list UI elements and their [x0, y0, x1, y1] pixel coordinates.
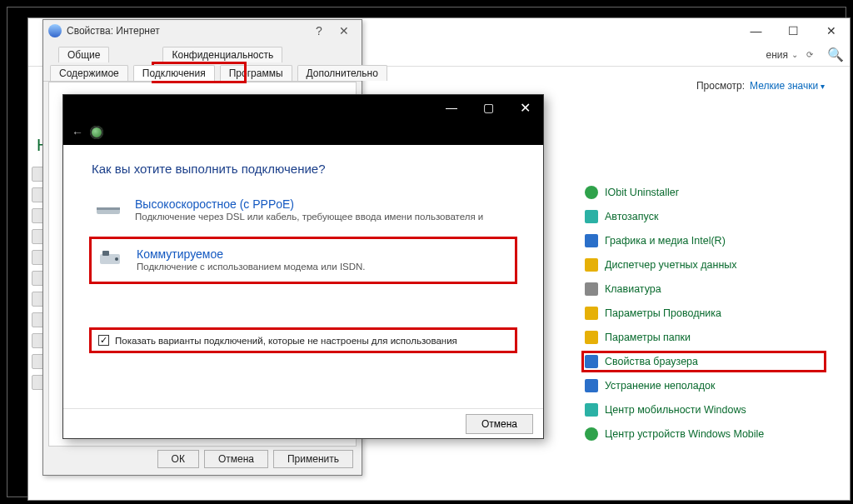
close-button[interactable]: ✕ [812, 18, 850, 43]
apply-button[interactable]: Применить [273, 450, 353, 468]
connection-wizard-window: — ▢ ✕ ← Как вы хотите выполнить подключе… [62, 94, 544, 439]
cp-item-folder-options[interactable]: Параметры папки [583, 328, 825, 347]
cp-item-label: Центр устройств Windows Mobile [605, 428, 764, 440]
cancel-button[interactable]: Отмена [466, 414, 533, 434]
ip-title-text: Свойства: Интернет [67, 25, 160, 37]
search-icon[interactable]: 🔍 [826, 47, 845, 62]
wiz-titlebar: — ▢ ✕ [63, 95, 543, 120]
cp-item-internet-options[interactable]: Свойства браузера [583, 352, 825, 371]
app-icon [585, 186, 598, 199]
cp-item-mobility-center[interactable]: Центр мобильности Windows [583, 401, 825, 419]
show-unconfigured-checkbox-row[interactable]: ✓ Показать варианты подключений, которые… [92, 330, 515, 351]
cp-item-label: Центр мобильности Windows [605, 404, 746, 416]
ok-button[interactable]: ОК [157, 450, 199, 468]
app-icon [585, 379, 598, 392]
maximize-button[interactable]: ▢ [470, 95, 506, 120]
tab-connections[interactable]: Подключения [133, 65, 215, 81]
tab-privacy[interactable]: Конфиденциальность [162, 47, 282, 62]
cp-item-explorer-options[interactable]: Параметры Проводника [583, 304, 825, 322]
cp-item-keyboard[interactable]: Клавиатура [583, 280, 825, 298]
option-subtitle: Подключение через DSL или кабель, требую… [135, 211, 483, 224]
refresh-icon[interactable]: ⟳ [806, 50, 813, 59]
cp-item-iobit[interactable]: IObit Uninstaller [583, 183, 825, 202]
app-icon [585, 331, 598, 344]
address-chevron-icon[interactable]: ⌄ [791, 50, 798, 59]
cp-item-windows-mobile[interactable]: Центр устройств Windows Mobile [583, 425, 825, 443]
cp-item-troubleshooting[interactable]: Устранение неполадок [583, 377, 825, 395]
option-broadband-pppoe[interactable]: Высокоскоростное (с PPPoE) Подключение ч… [92, 194, 515, 227]
maximize-button[interactable]: ☐ [775, 18, 812, 43]
view-label: Просмотр: [696, 80, 745, 92]
cp-item-credential-manager[interactable]: Диспетчер учетных данных [583, 256, 825, 274]
cp-item-intel-graphics[interactable]: Графика и медиа Intel(R) [583, 232, 825, 250]
cp-item-label: IObit Uninstaller [605, 187, 679, 198]
help-button[interactable]: ? [307, 24, 332, 37]
app-icon [585, 234, 598, 247]
cp-item-label: Диспетчер учетных данных [605, 259, 737, 271]
cp-item-label: Свойства браузера [605, 356, 698, 367]
checkbox-label: Показать варианты подключений, которые н… [115, 336, 457, 346]
svg-rect-3 [102, 251, 109, 256]
cp-item-label: Клавиатура [605, 283, 661, 295]
svg-point-4 [115, 257, 118, 261]
cp-item-label: Автозапуск [605, 211, 658, 222]
ip-tabstrip: Общие Конфиденциальность Содержимое Подк… [43, 42, 362, 82]
network-globe-icon [90, 126, 103, 139]
app-icon [585, 355, 598, 368]
wiz-body: Как вы хотите выполнить подключение? Выс… [63, 145, 543, 408]
cp-items-column: IObit Uninstaller Автозапуск Графика и м… [583, 183, 825, 443]
address-tail: ения [766, 49, 788, 61]
modem-icon [95, 197, 123, 219]
minimize-button[interactable]: — [433, 95, 470, 120]
app-icon [585, 210, 598, 223]
close-button[interactable]: ✕ [332, 24, 357, 37]
cp-item-label: Графика и медиа Intel(R) [605, 235, 726, 247]
cp-item-label: Устранение неполадок [605, 380, 715, 392]
back-arrow-icon[interactable]: ← [72, 126, 83, 139]
option-subtitle: Подключение с использованием модема или … [137, 261, 366, 274]
app-icon [585, 307, 598, 320]
globe-icon [48, 24, 62, 37]
wizard-question: Как вы хотите выполнить подключение? [92, 162, 515, 176]
option-title: Высокоскоростное (с PPPoE) [135, 197, 483, 211]
cp-item-label: Параметры Проводника [605, 307, 721, 319]
tab-general[interactable]: Общие [58, 47, 109, 62]
app-icon [585, 403, 598, 417]
option-title: Коммутируемое [137, 247, 366, 261]
option-dialup[interactable]: Коммутируемое Подключение с использовани… [92, 239, 515, 282]
app-icon [585, 282, 598, 296]
screenshot-frame: — ☐ ✕ ения ⌄ ⟳ 🔍 Просмотр: Мелкие значки… [7, 7, 846, 497]
cp-item-autorun[interactable]: Автозапуск [583, 207, 825, 226]
close-button[interactable]: ✕ [506, 95, 543, 120]
tab-content[interactable]: Содержимое [50, 65, 128, 81]
cancel-button[interactable]: Отмена [204, 450, 268, 468]
svg-rect-1 [97, 207, 120, 210]
ip-button-row: ОК Отмена Применить [157, 450, 353, 468]
minimize-button[interactable]: — [737, 18, 775, 43]
wiz-nav-bar: ← [63, 120, 543, 145]
app-icon [585, 427, 598, 441]
app-icon [585, 258, 598, 272]
wiz-footer: Отмена [63, 408, 543, 438]
tab-advanced[interactable]: Дополнительно [297, 65, 387, 81]
checkbox-icon[interactable]: ✓ [98, 335, 109, 346]
cp-item-label: Параметры папки [605, 332, 691, 343]
ip-titlebar: Свойства: Интернет ? ✕ [43, 20, 362, 42]
dialup-modem-icon [97, 247, 125, 269]
view-mode-dropdown[interactable]: Мелкие значки [750, 80, 825, 92]
